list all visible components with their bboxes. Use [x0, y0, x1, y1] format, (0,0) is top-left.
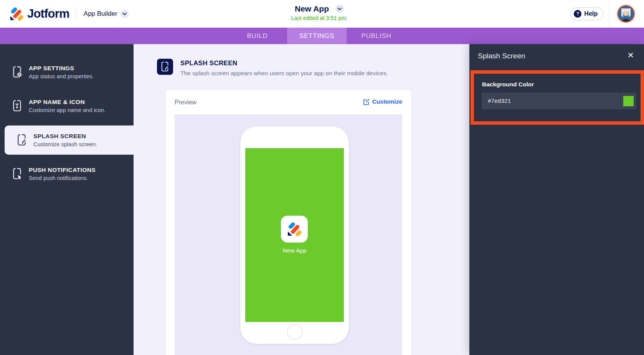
customize-label: Customize [372, 98, 402, 105]
section-header: SPLASH SCREEN The splash screen appears … [157, 59, 388, 77]
chevron-down-icon [122, 13, 127, 15]
sidebar-item-app-name-icon[interactable]: APP NAME & ICON Customize app name and i… [0, 91, 134, 121]
sidebar-item-title: APP NAME & ICON [29, 99, 106, 106]
edit-icon [363, 99, 370, 105]
phone-push-icon [12, 168, 23, 180]
background-color-input[interactable] [482, 93, 620, 109]
close-icon[interactable]: ✕ [627, 51, 634, 59]
phone-mockup: New App [240, 126, 349, 344]
phone-gear-icon [12, 66, 23, 78]
app-builder-window: Jotform App Builder New App Last edited … [0, 0, 644, 355]
header-divider [609, 0, 610, 28]
phone-edit-icon [16, 134, 28, 146]
sidebar-item-title: APP SETTINGS [29, 65, 94, 72]
app-icon [281, 216, 308, 243]
settings-sidebar: APP SETTINGS App status and properties. … [0, 44, 134, 355]
question-icon: ? [574, 10, 581, 18]
sidebar-item-app-settings[interactable]: APP SETTINGS App status and properties. [0, 58, 134, 87]
section-title: SPLASH SCREEN [180, 59, 388, 67]
color-swatch-button[interactable] [621, 93, 636, 109]
product-name[interactable]: App Builder [84, 10, 117, 18]
sidebar-item-title: PUSH NOTIFICATIONS [29, 167, 96, 173]
sidebar-item-title: SPLASH SCREEN [33, 133, 97, 140]
app-title-dropdown[interactable] [335, 5, 344, 13]
app-name-label: New App [245, 247, 344, 254]
background-color-highlight: Background Color [471, 70, 644, 125]
jotform-logo-icon [287, 221, 302, 237]
color-swatch [623, 96, 634, 106]
product-dropdown[interactable] [121, 10, 129, 18]
app-title-group: New App Last edited at 3:51 pm. [291, 4, 348, 21]
preview-card: Preview Customize [165, 90, 411, 355]
splash-screen-panel: Splash Screen ✕ Background Color [469, 44, 644, 355]
splash-preview-area: New App [175, 114, 402, 355]
phone-edit-tile-icon [157, 59, 173, 75]
phone-text-icon [12, 100, 23, 112]
background-color-row [482, 93, 636, 109]
tab-build[interactable]: BUILD [228, 28, 287, 44]
preview-card-header: Preview Customize [165, 90, 411, 114]
top-header: Jotform App Builder New App Last edited … [0, 0, 644, 28]
brand-wordmark[interactable]: Jotform [27, 7, 69, 21]
header-right-group: ? Help [570, 0, 644, 28]
header-divider [76, 8, 77, 20]
jotform-logo-icon[interactable] [9, 7, 24, 21]
main-content: SPLASH SCREEN The splash screen appears … [134, 44, 469, 355]
home-button [287, 324, 302, 340]
sidebar-item-subtitle: Customize app name and icon. [29, 107, 106, 113]
tab-publish[interactable]: PUBLISH [347, 28, 406, 44]
panel-title: Splash Screen [478, 52, 525, 60]
sidebar-item-subtitle: App status and properties. [29, 73, 94, 79]
sidebar-item-subtitle: Customize splash screen. [33, 141, 97, 147]
sidebar-item-subtitle: Send push notifications. [29, 175, 96, 181]
sidebar-item-push-notifications[interactable]: PUSH NOTIFICATIONS Send push notificatio… [0, 159, 134, 188]
help-button[interactable]: ? Help [570, 7, 603, 20]
builder-navbar: BUILD SETTINGS PUBLISH [0, 28, 644, 44]
brand-group: Jotform App Builder [9, 0, 129, 28]
tab-settings[interactable]: SETTINGS [287, 28, 347, 44]
last-edited-status: Last edited at 3:51 pm. [291, 15, 348, 21]
app-title[interactable]: New App [295, 4, 329, 13]
builder-tabs: BUILD SETTINGS PUBLISH [228, 28, 406, 44]
background-color-label: Background Color [482, 81, 534, 88]
user-avatar[interactable] [617, 5, 635, 23]
preview-label: Preview [175, 99, 197, 106]
avatar-illustration [618, 6, 634, 21]
customize-button[interactable]: Customize [363, 98, 402, 105]
splash-screen-preview: New App [245, 148, 344, 322]
section-description: The splash screen appears when users ope… [180, 70, 388, 77]
chevron-down-icon [338, 8, 342, 10]
sidebar-item-splash-screen[interactable]: SPLASH SCREEN Customize splash screen. [5, 125, 134, 155]
